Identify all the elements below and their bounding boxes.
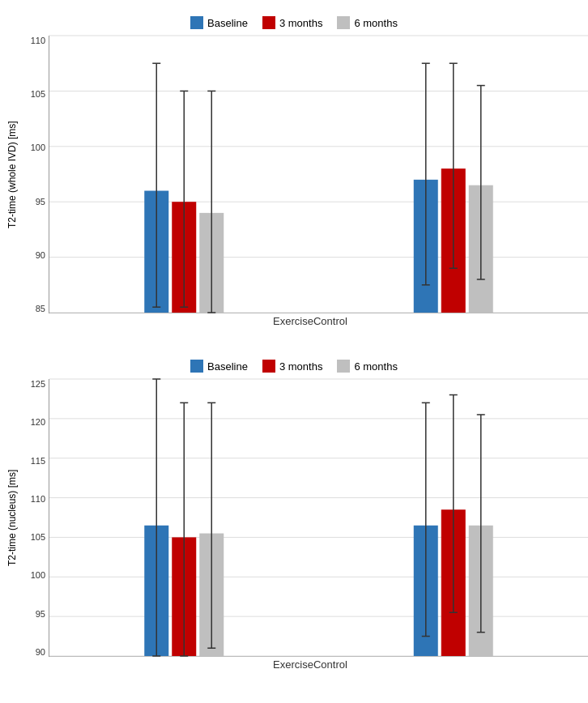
y-tick: 90: [36, 250, 45, 260]
chart-bottom: Baseline3 months6 monthsT2-time (nucleus…: [0, 352, 588, 695]
x-axis-labels: ExerciseControl: [224, 315, 364, 327]
y-tick: 115: [31, 456, 45, 466]
bars-svg: [49, 379, 588, 656]
y-tick: 125: [31, 379, 45, 389]
y-axis-label: T2-time (whole IVD) [ms]: [0, 36, 24, 313]
legend-item: 3 months: [262, 360, 322, 373]
y-ticks: 110105100959085: [24, 36, 49, 313]
x-label: Control: [313, 658, 347, 671]
grid-and-bars: 110105100959085: [24, 36, 588, 313]
y-tick: 90: [36, 647, 45, 657]
legend: Baseline3 months6 months: [190, 360, 398, 373]
legend-label: 6 months: [354, 360, 397, 373]
chart-plot: 1251201151101051009590: [24, 379, 588, 657]
legend-item: 3 months: [262, 16, 322, 29]
legend-label: Baseline: [207, 17, 248, 29]
legend-color-box: [337, 360, 350, 373]
x-label: Exercise: [273, 658, 313, 671]
x-label: Control: [313, 315, 347, 327]
legend: Baseline3 months6 months: [190, 16, 398, 29]
charts-container: Baseline3 months6 monthsT2-time (whole I…: [0, 0, 588, 703]
bars-svg: [49, 36, 588, 313]
y-tick: 110: [31, 494, 45, 504]
y-tick: 95: [36, 609, 45, 619]
y-tick: 110: [31, 36, 45, 45]
legend-label: 3 months: [279, 17, 322, 29]
y-tick: 85: [36, 304, 45, 313]
y-tick: 105: [31, 532, 45, 542]
y-ticks: 1251201151101051009590: [24, 379, 49, 657]
legend-color-box: [190, 360, 203, 373]
chart-area: T2-time (nucleus) [ms]125120115110105100…: [0, 379, 588, 657]
y-tick: 95: [36, 197, 45, 207]
y-tick: 100: [31, 143, 45, 152]
bars-area: [49, 379, 588, 657]
y-tick: 100: [31, 570, 45, 580]
legend-color-box: [190, 16, 203, 29]
bars-area: [49, 36, 588, 313]
legend-item: Baseline: [190, 16, 248, 29]
legend-color-box: [262, 16, 275, 29]
y-tick: 105: [31, 89, 45, 99]
x-axis-labels: ExerciseControl: [224, 658, 364, 671]
chart-area: T2-time (whole IVD) [ms]110105100959085: [0, 36, 588, 313]
legend-item: 6 months: [337, 360, 397, 373]
x-label: Exercise: [273, 315, 313, 327]
chart-plot: 110105100959085: [24, 36, 588, 313]
chart-top: Baseline3 months6 monthsT2-time (whole I…: [0, 8, 588, 352]
legend-label: 3 months: [279, 360, 322, 373]
legend-label: Baseline: [207, 360, 248, 373]
legend-item: Baseline: [190, 360, 248, 373]
legend-color-box: [262, 360, 275, 373]
legend-label: 6 months: [354, 17, 397, 29]
legend-color-box: [337, 16, 350, 29]
y-axis-label: T2-time (nucleus) [ms]: [0, 379, 24, 657]
legend-item: 6 months: [337, 16, 397, 29]
grid-and-bars: 1251201151101051009590: [24, 379, 588, 657]
y-tick: 120: [31, 417, 45, 427]
